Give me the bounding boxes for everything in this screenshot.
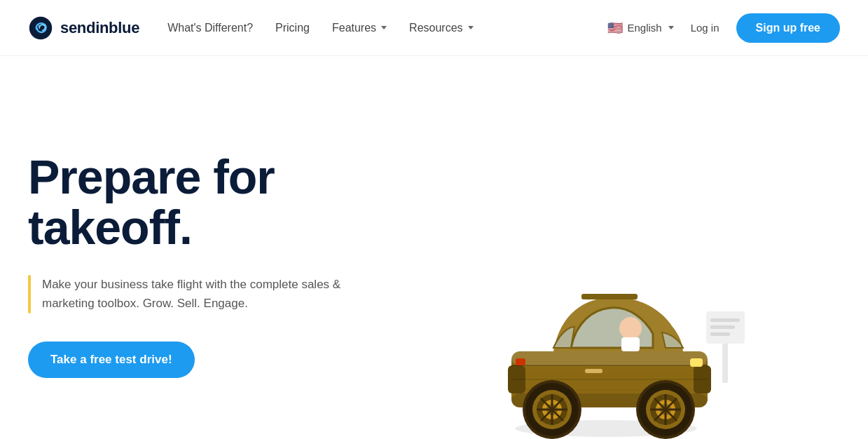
nav-pricing[interactable]: Pricing <box>275 22 310 34</box>
svg-rect-14 <box>516 358 525 365</box>
nav-links: What's Different? Pricing Features Resou… <box>167 22 473 34</box>
features-dropdown-icon <box>381 26 387 29</box>
hero-title: Prepare for takeoff. <box>28 152 378 252</box>
language-dropdown-icon <box>668 26 674 29</box>
hero-content: Prepare for takeoff. Make your business … <box>28 145 378 377</box>
hero-image-area <box>378 84 840 439</box>
yellow-accent-bar <box>28 275 31 313</box>
toy-car-illustration <box>462 173 757 439</box>
svg-rect-46 <box>710 332 730 336</box>
signup-button[interactable]: Sign up free <box>736 13 840 43</box>
logo[interactable]: sendinblue <box>28 15 139 41</box>
svg-rect-17 <box>585 369 602 373</box>
svg-point-2 <box>39 25 41 27</box>
language-selector[interactable]: 🇺🇸 English <box>607 20 673 36</box>
nav-resources[interactable]: Resources <box>409 22 473 34</box>
hero-description-text: Make your business take flight with the … <box>42 275 378 313</box>
nav-features[interactable]: Features <box>332 22 387 34</box>
svg-rect-6 <box>511 351 708 365</box>
svg-rect-44 <box>710 318 740 322</box>
cta-button[interactable]: Take a free test drive! <box>28 342 195 378</box>
svg-rect-42 <box>722 341 728 383</box>
logo-icon <box>28 15 53 41</box>
hero-description: Make your business take flight with the … <box>28 275 378 313</box>
language-label: English <box>627 22 661 34</box>
svg-point-1 <box>36 27 39 30</box>
svg-rect-45 <box>710 325 735 329</box>
svg-rect-15 <box>581 294 638 299</box>
hero-section: Prepare for takeoff. Make your business … <box>0 56 868 439</box>
svg-point-38 <box>619 317 642 339</box>
bg-sign <box>701 306 750 383</box>
nav-left: sendinblue What's Different? Pricing Fea… <box>28 15 474 41</box>
nav-right: 🇺🇸 English Log in Sign up free <box>607 13 840 43</box>
navbar: sendinblue What's Different? Pricing Fea… <box>0 0 868 56</box>
svg-rect-39 <box>621 337 640 351</box>
svg-point-0 <box>29 16 52 39</box>
brand-name: sendinblue <box>60 19 139 37</box>
resources-dropdown-icon <box>468 26 474 29</box>
nav-whats-different[interactable]: What's Different? <box>167 22 253 34</box>
login-link[interactable]: Log in <box>691 22 719 34</box>
flag-icon: 🇺🇸 <box>607 20 623 36</box>
